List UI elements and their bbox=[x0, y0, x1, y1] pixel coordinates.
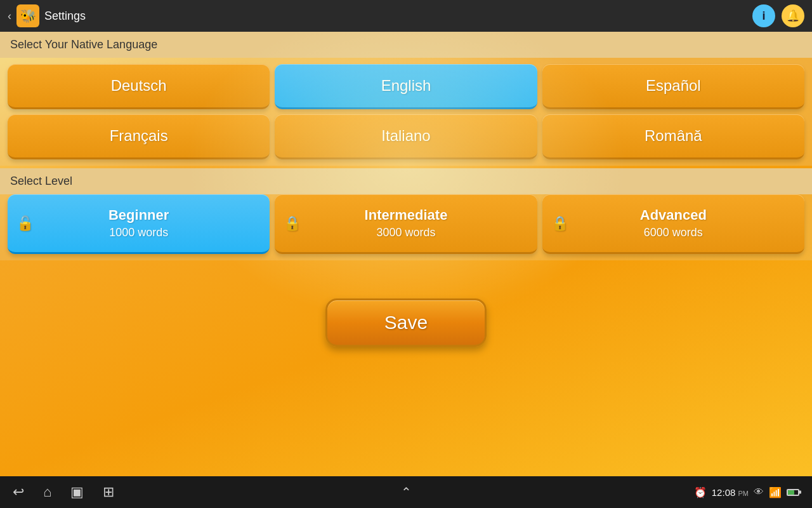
wifi-icon: 📶 bbox=[769, 486, 782, 498]
home-nav-icon[interactable]: ⌂ bbox=[43, 484, 51, 500]
language-button-italiano[interactable]: Italiano bbox=[275, 114, 537, 159]
eye-icon: 👁 bbox=[754, 486, 764, 498]
top-navigation-bar: ‹ 🐝 Settings i 🔔 bbox=[0, 0, 812, 32]
language-button-deutsch[interactable]: Deutsch bbox=[8, 64, 270, 109]
lock-open-icon: 🔓 bbox=[16, 215, 34, 232]
sound-icon: 🔔 bbox=[786, 9, 800, 23]
bottom-nav-right: ⏰ 12:08 PM 👁 📶 bbox=[694, 486, 799, 498]
save-button[interactable]: Save bbox=[325, 298, 487, 347]
sound-button[interactable]: 🔔 bbox=[782, 4, 804, 27]
bottom-nav-left: ↩ ⌂ ▣ ⊞ bbox=[13, 484, 114, 500]
level-button-advanced[interactable]: 🔒 Advanced 6000 words bbox=[542, 194, 804, 254]
language-button-espanol[interactable]: Español bbox=[542, 64, 804, 109]
app-icon: 🐝 bbox=[16, 4, 39, 27]
advanced-label: Advanced bbox=[640, 207, 707, 224]
language-grid: Deutsch English Español Français Italian… bbox=[0, 58, 812, 166]
language-button-romana[interactable]: Română bbox=[542, 114, 804, 159]
bottom-navigation-bar: ↩ ⌂ ▣ ⊞ ⌃ ⏰ 12:08 PM 👁 📶 bbox=[0, 476, 812, 508]
level-button-intermediate[interactable]: 🔒 Intermediate 3000 words bbox=[275, 194, 537, 254]
battery-icon bbox=[787, 489, 799, 496]
topbar-left: ‹ 🐝 Settings bbox=[8, 4, 86, 27]
level-section: 🔓 Beginner 1000 words 🔒 Intermediate 300… bbox=[0, 194, 812, 260]
info-button[interactable]: i bbox=[752, 4, 775, 27]
topbar-right: i 🔔 bbox=[752, 4, 804, 27]
home-center-icon[interactable]: ⌃ bbox=[401, 485, 412, 499]
advanced-words: 6000 words bbox=[644, 226, 703, 239]
intermediate-label: Intermediate bbox=[365, 207, 448, 224]
level-section-header: Select Level bbox=[0, 168, 812, 194]
alarm-icon: ⏰ bbox=[694, 486, 707, 498]
bottom-nav-center: ⌃ bbox=[401, 484, 412, 500]
beginner-words: 1000 words bbox=[109, 226, 168, 239]
main-content: Select Your Native Language Deutsch Engl… bbox=[0, 32, 812, 476]
lock-closed-icon-intermediate: 🔒 bbox=[284, 215, 301, 232]
recents-nav-icon[interactable]: ▣ bbox=[70, 484, 84, 500]
language-button-francais[interactable]: Français bbox=[8, 114, 270, 159]
language-button-english[interactable]: English bbox=[275, 64, 537, 109]
level-grid: 🔓 Beginner 1000 words 🔒 Intermediate 300… bbox=[8, 194, 804, 254]
intermediate-words: 3000 words bbox=[376, 226, 435, 239]
clock-display: 12:08 PM bbox=[712, 487, 749, 498]
back-button[interactable]: ‹ bbox=[8, 10, 11, 23]
save-area: Save bbox=[0, 260, 812, 372]
language-section-header: Select Your Native Language bbox=[0, 32, 812, 58]
lock-closed-icon-advanced: 🔒 bbox=[551, 215, 568, 232]
page-title: Settings bbox=[44, 10, 86, 23]
grid-nav-icon[interactable]: ⊞ bbox=[103, 484, 114, 500]
back-nav-icon[interactable]: ↩ bbox=[13, 484, 24, 500]
level-button-beginner[interactable]: 🔓 Beginner 1000 words bbox=[8, 194, 270, 254]
beginner-label: Beginner bbox=[108, 207, 169, 224]
